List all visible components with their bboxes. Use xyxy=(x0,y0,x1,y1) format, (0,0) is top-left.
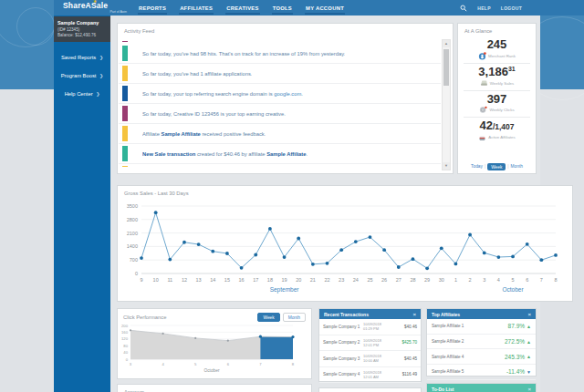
feed-item: So far today, Creative ID 123456 is your… xyxy=(119,104,441,124)
svg-text:21: 21 xyxy=(310,277,316,283)
close-icon[interactable]: × xyxy=(527,387,531,392)
svg-text:7: 7 xyxy=(259,362,262,366)
feed-color-bar xyxy=(122,126,128,141)
chevron-right-icon: ❯ xyxy=(99,55,103,60)
arrow-down-icon: ▼ xyxy=(527,369,531,375)
range-month[interactable]: Month xyxy=(511,164,523,169)
feed-color-bar xyxy=(122,66,128,81)
button-week[interactable]: Week xyxy=(257,313,279,322)
svg-text:200: 200 xyxy=(121,324,129,328)
at-a-glance-title: At A Glance xyxy=(458,24,536,36)
feed-color-bar xyxy=(122,166,128,167)
close-icon[interactable]: × xyxy=(412,312,416,317)
feed-message: Affiliate Sample Affiliate received posi… xyxy=(142,131,266,137)
svg-text:October: October xyxy=(203,368,219,373)
brand-logo[interactable]: ★ ShareASale Part of Awin xyxy=(63,2,127,14)
stat-label: Active Affiliates xyxy=(464,133,530,141)
feed-item xyxy=(119,164,441,169)
feed-color-bar xyxy=(122,86,128,101)
svg-text:40: 40 xyxy=(123,350,128,355)
close-icon[interactable]: × xyxy=(527,312,531,317)
logout-link[interactable]: LOGOUT xyxy=(501,5,522,11)
transaction-datetime: 10/09/201810:00 AM xyxy=(363,354,393,363)
sidebar-item-program-boost[interactable]: Program Boost ❯ xyxy=(54,73,110,78)
transaction-amount: $40.46 xyxy=(393,325,417,329)
svg-text:14: 14 xyxy=(210,277,215,283)
account-balance: Balance: $12,490.76 xyxy=(57,33,107,37)
transaction-amount: $116.49 xyxy=(393,372,417,377)
active-affiliates-icon xyxy=(478,133,486,141)
feed-color-bar xyxy=(122,41,128,42)
feed-message: So far today, you've had 98 hits. That's… xyxy=(142,51,345,57)
svg-text:3500: 3500 xyxy=(127,203,138,209)
svg-text:15: 15 xyxy=(224,277,230,283)
affiliate-change: 245.3% xyxy=(505,354,525,360)
range-week[interactable]: Week xyxy=(487,163,506,170)
nav-item-affiliates[interactable]: AFFILIATES xyxy=(179,2,214,15)
transaction-company: Sample Company 1 xyxy=(323,325,363,329)
svg-text:9: 9 xyxy=(140,277,142,283)
glance-stats: 245Merchant Rank3,18631Weekly Sales397We… xyxy=(458,36,536,144)
svg-text:20: 20 xyxy=(296,277,301,283)
award-panel xyxy=(318,387,422,392)
click-performance-chart: 04080120160200345678October xyxy=(118,322,302,373)
todo-list-panel: To-Do List × xyxy=(426,383,537,392)
recent-transactions-panel: Recent Transactions × Sample Company 110… xyxy=(318,308,422,382)
answers-title: Answers xyxy=(118,385,311,392)
stat-label: Merchant Rank xyxy=(464,52,530,60)
svg-text:2100: 2100 xyxy=(127,231,138,236)
weekly-sales-icon xyxy=(480,79,488,88)
account-summary: Sample Company (ID# 12345) Balance: $12,… xyxy=(54,16,110,42)
svg-text:5: 5 xyxy=(194,362,197,366)
answers-panel: Answers xyxy=(117,384,312,392)
click-performance-panel: Click Performance WeekMonth 040801201602… xyxy=(117,308,312,379)
feed-item: Affiliate Sample Affiliate received posi… xyxy=(119,124,441,144)
range-today[interactable]: Today xyxy=(471,164,483,169)
sidebar-menu: Saved Reports ❯Program Boost ❯Help Cente… xyxy=(54,55,110,97)
nav-item-my-account[interactable]: MY ACCOUNT xyxy=(305,2,345,15)
svg-text:19: 19 xyxy=(281,277,287,283)
sidebar-item-saved-reports[interactable]: Saved Reports ❯ xyxy=(54,55,110,60)
glance-stat: 3,18631Weekly Sales xyxy=(464,64,530,91)
glance-stat: 245Merchant Rank xyxy=(464,36,530,64)
feed-link[interactable]: google.com xyxy=(274,91,301,97)
chevron-right-icon: ❯ xyxy=(96,91,99,97)
nav-item-creatives[interactable]: CREATIVES xyxy=(225,2,259,15)
feed-item: So far today, you've had 98 hits. That's… xyxy=(119,44,441,64)
svg-text:12: 12 xyxy=(182,277,187,283)
glance-stat: 397Weekly Clicks xyxy=(464,91,530,119)
svg-text:25: 25 xyxy=(367,277,372,283)
top-affiliates-header: Top Affiliates × xyxy=(427,309,536,319)
weekly-clicks-icon xyxy=(479,106,487,114)
search-icon[interactable] xyxy=(460,5,467,12)
svg-text:26: 26 xyxy=(381,277,387,283)
scroll-up-icon[interactable]: ▲ xyxy=(443,40,450,47)
feed-scrollbar[interactable]: ▲ ▼ xyxy=(442,39,451,170)
gross-sales-panel: Gross Sales - Last 30 Days 0700140021002… xyxy=(117,185,573,302)
feed-message: So far today, your top referring search … xyxy=(142,91,303,97)
recent-transactions-header: Recent Transactions × xyxy=(319,309,421,319)
svg-text:8: 8 xyxy=(554,277,557,283)
affiliate-name: Sample Affiliate 2 xyxy=(432,339,505,344)
header-actions: HELP LOGOUT xyxy=(460,5,584,12)
help-link[interactable]: HELP xyxy=(477,5,491,11)
nav-item-tools[interactable]: TOOLS xyxy=(272,2,293,15)
chevron-right-icon: ❯ xyxy=(99,73,103,78)
transaction-row: Sample Company 310/09/201810:00 AM$40.45 xyxy=(319,351,421,367)
activity-feed-panel: Activity Feed So far today, you've had 9… xyxy=(117,23,454,174)
svg-text:0: 0 xyxy=(135,271,138,276)
svg-text:4: 4 xyxy=(162,362,164,366)
nav-item-reports[interactable]: REPORTS xyxy=(138,2,167,15)
svg-text:3: 3 xyxy=(483,277,485,283)
svg-text:5: 5 xyxy=(512,277,515,283)
affiliate-row: Sample Affiliate 2272.5%▲ xyxy=(427,335,536,350)
affiliate-name: Sample Affiliate 4 xyxy=(432,355,505,359)
affiliate-name: Sample Affiliate 1 xyxy=(432,324,508,328)
sidebar-item-help-center[interactable]: Help Center ❯ xyxy=(54,91,110,97)
company-name: Sample Company xyxy=(57,20,107,26)
button-month[interactable]: Month xyxy=(283,313,306,322)
arrow-up-icon: ▲ xyxy=(527,339,531,345)
scrollbar-thumb[interactable] xyxy=(443,49,449,86)
star-icon: ★ xyxy=(93,0,97,4)
scroll-down-icon[interactable]: ▼ xyxy=(443,162,450,170)
